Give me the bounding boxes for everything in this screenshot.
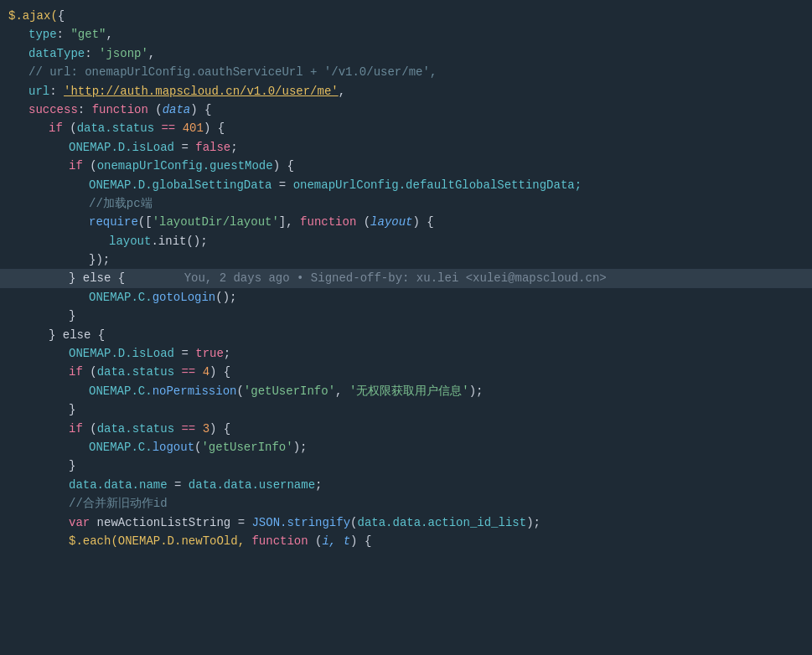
token: if [69, 422, 83, 436]
token: , [106, 28, 112, 41]
line-content: // url: onemapUrlConfig.oauthServiceUrl … [0, 63, 812, 81]
token: //加载pc端 [89, 197, 153, 210]
token: 'getUserInfo' [244, 384, 335, 398]
code-line: success: function (data) { [0, 101, 812, 119]
line-content: ONEMAP.D.isLoad = false; [0, 138, 812, 157]
code-line: if (data.status == 4) { [0, 363, 812, 381]
line-content: } [0, 307, 812, 325]
token: ; [230, 141, 237, 154]
token: = [272, 178, 292, 192]
token: { [58, 9, 65, 23]
code-line: //加载pc端 [0, 194, 812, 213]
token: data.status [97, 422, 174, 436]
token: gotoLogin [153, 291, 216, 304]
token: 'getUserInfo' [201, 441, 292, 454]
code-line: ONEMAP.C.noPermission('getUserInfo', '无权… [0, 382, 812, 400]
line-content: data.data.name = data.data.username; [0, 476, 812, 494]
token: ( [83, 159, 97, 173]
code-line: ONEMAP.D.isLoad = false; [0, 138, 812, 157]
token: ( [83, 422, 97, 436]
token: } [69, 403, 75, 416]
token: ], [279, 215, 300, 229]
token: if [69, 365, 83, 379]
token: ( [356, 215, 370, 229]
line-content: } else { [0, 326, 812, 344]
token: ONEMAP.D.globalSettingData [89, 178, 272, 192]
token: : [85, 47, 99, 60]
line-content: ONEMAP.D.isLoad = true; [0, 344, 812, 363]
token: ONEMAP.C. [89, 384, 153, 398]
line-content: success: function (data) { [0, 101, 812, 119]
token: onemapUrlConfig.defaultGlobalSettingData… [293, 178, 582, 192]
token: i, t [322, 534, 350, 548]
token: url [28, 85, 49, 98]
token: ) { [350, 534, 371, 548]
code-line: ONEMAP.C.gotoLogin(); [0, 288, 812, 307]
token: ( [63, 121, 77, 135]
token: ( [308, 534, 323, 548]
code-line: }); [0, 250, 812, 269]
token: ( [148, 103, 163, 116]
token: true [195, 347, 224, 360]
code-line: ONEMAP.D.isLoad = true; [0, 344, 812, 363]
token: = [174, 347, 195, 360]
line-content: if (onemapUrlConfig.guestMode) { [0, 157, 812, 175]
token: , [148, 47, 155, 60]
code-line: if (onemapUrlConfig.guestMode) { [0, 157, 812, 175]
code-line: require(['layoutDir/layout'], function (… [0, 213, 812, 231]
code-line: } else { [0, 326, 812, 344]
token: if [69, 159, 83, 173]
token: function [251, 534, 308, 548]
token: $.ajax( [8, 9, 58, 23]
line-content: //合并新旧动作id [0, 494, 812, 513]
code-line: $.ajax({ [0, 7, 812, 25]
token: data [163, 103, 191, 116]
token: var [69, 516, 90, 529]
token: ) { [413, 215, 434, 229]
token: // url: onemapUrlConfig.oauthServiceUrl … [28, 65, 437, 79]
token: } else { [49, 328, 105, 342]
code-line: } [0, 400, 812, 419]
line-content: url: 'http://auth.mapscloud.cn/v1.0/user… [0, 82, 812, 101]
token: ( [236, 384, 243, 398]
token: }); [89, 253, 110, 266]
token: ) { [190, 103, 211, 116]
token: You, 2 days ago • Signed-off-by: xu.lei … [142, 271, 607, 285]
token: JSON.stringify [251, 516, 350, 529]
line-content: $.each(ONEMAP.D.newToOld, function (i, t… [0, 532, 812, 550]
code-line: if (data.status == 401) { [0, 119, 812, 137]
token: : [49, 85, 64, 98]
code-line: url: 'http://auth.mapscloud.cn/v1.0/user… [0, 82, 812, 101]
line-content: ONEMAP.C.noPermission('getUserInfo', '无权… [0, 382, 812, 400]
token: ONEMAP.C. [89, 291, 153, 304]
token: ); [469, 384, 484, 398]
token: ONEMAP.C. [89, 441, 153, 454]
token: ([ [138, 215, 153, 229]
token: ); [526, 516, 540, 529]
token: 3 [203, 422, 209, 436]
token: require [89, 215, 138, 229]
token: 401 [183, 121, 204, 135]
line-content: var newActionListString = JSON.stringify… [0, 513, 812, 532]
token: data.status [97, 365, 174, 379]
token: , [339, 85, 345, 98]
token: ; [224, 347, 230, 360]
token: : [78, 103, 92, 116]
token: 'jsonp' [99, 47, 148, 60]
line-content: if (data.status == 3) { [0, 420, 812, 438]
token: == [174, 422, 203, 436]
token: ( [83, 365, 97, 379]
token: 'http://auth.mapscloud.cn/v1.0/user/me' [64, 85, 339, 98]
line-content: //加载pc端 [0, 194, 812, 213]
token: ; [315, 478, 322, 492]
token: ); [293, 441, 308, 454]
token: onemapUrlConfig.guestMode [97, 159, 273, 173]
code-line: $.each(ONEMAP.D.newToOld, function (i, t… [0, 532, 812, 550]
line-content: } else { You, 2 days ago • Signed-off-by… [0, 269, 812, 287]
token: ) { [209, 365, 230, 379]
line-content: ONEMAP.C.gotoLogin(); [0, 288, 812, 307]
code-line: //合并新旧动作id [0, 494, 812, 513]
token: noPermission [153, 384, 237, 398]
token: 4 [203, 365, 209, 379]
line-content: if (data.status == 4) { [0, 363, 812, 381]
